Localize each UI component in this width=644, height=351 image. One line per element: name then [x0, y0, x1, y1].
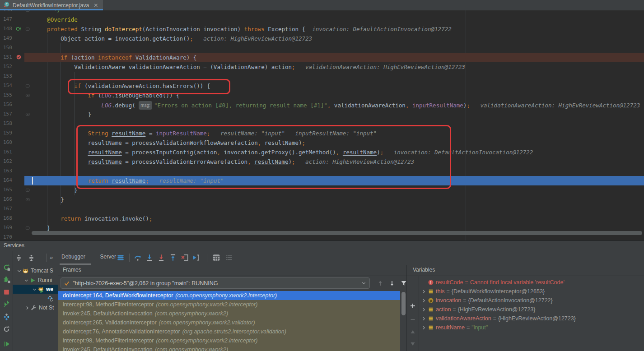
code-line-168[interactable]: 168 return invocation.invoke(); [0, 214, 644, 223]
frame-row[interactable]: doIntercept:76, AnnotationValidationInte… [58, 327, 400, 336]
variable-row-validationAwareAction[interactable]: validationAwareAction={HighEvReviewActio… [420, 314, 644, 323]
step-out-icon[interactable] [169, 254, 177, 262]
code-line-165[interactable]: 165 } [0, 185, 644, 195]
line-number[interactable]: 146 [3, 10, 19, 13]
move-down-icon[interactable] [409, 340, 417, 348]
line-number[interactable]: 164 [3, 177, 19, 183]
line-number[interactable]: 159 [3, 130, 19, 136]
line-number[interactable]: 167 [3, 206, 19, 212]
line-number[interactable]: 160 [3, 139, 19, 145]
chevron-right-icon[interactable] [421, 325, 427, 331]
line-number[interactable]: 169 [3, 225, 19, 231]
code-line-149[interactable]: 149 Object action = invocation.getAction… [0, 34, 644, 43]
line-number[interactable]: 155 [3, 92, 19, 98]
remove-watch-icon[interactable] [409, 315, 417, 323]
code-line-146[interactable]: 146 */ [0, 10, 644, 15]
code-line-164[interactable]: 164 return resultName; resultName: "inpu… [0, 176, 644, 185]
variable-row-invocation[interactable]: pinvocation={DefaultActionInvocation@127… [420, 296, 644, 305]
expand-all-icon[interactable] [14, 254, 23, 262]
code-line-163[interactable]: 163 [0, 166, 644, 176]
add-watch-icon[interactable] [409, 302, 417, 310]
chevron-down-icon[interactable] [16, 268, 22, 274]
frame-row[interactable]: invoke:245, DefaultActionInvocation(com.… [58, 309, 400, 318]
chevron-down-icon[interactable] [361, 280, 367, 286]
move-up-icon[interactable] [409, 328, 417, 336]
code-editor[interactable]: 146 */147 @Override148 protected String … [0, 10, 644, 240]
chevron-right-icon[interactable] [24, 305, 30, 311]
frame-row[interactable]: intercept:98, MethodFilterInterceptor(co… [58, 336, 400, 345]
code-line-166[interactable]: 166 } [0, 195, 644, 204]
line-number[interactable]: 170 [3, 234, 19, 240]
code-line-161[interactable]: 161 resultName = processInputConfig(acti… [0, 148, 644, 157]
fold-icon[interactable] [25, 83, 30, 88]
tab-debugger[interactable]: Debugger [61, 254, 85, 260]
code-line-162[interactable]: 162 resultName = processValidationErrorA… [0, 157, 644, 166]
line-number[interactable]: 161 [3, 149, 19, 155]
breakpoint-icon[interactable] [16, 54, 22, 60]
variable-row-resultCode[interactable]: resultCode=Cannot find local variable 'r… [420, 278, 644, 287]
evaluate-icon[interactable] [212, 254, 220, 262]
tree-item-we[interactable]: we [13, 285, 58, 294]
variable-row-resultName[interactable]: resultName="input" [420, 323, 644, 332]
code-line-167[interactable]: 167 [0, 204, 644, 214]
line-number[interactable]: 147 [3, 16, 19, 22]
force-step-into-icon[interactable] [157, 254, 165, 262]
chevron-down-icon[interactable] [23, 277, 29, 283]
override-icon[interactable] [16, 26, 22, 32]
frame-row[interactable]: doIntercept:164, DefaultWorkflowIntercep… [58, 291, 400, 300]
line-number[interactable]: 166 [3, 196, 19, 202]
thread-selector[interactable]: "http-bio-7026-exec-5"@2,062 in group "m… [61, 277, 370, 289]
layout-settings-icon[interactable] [225, 254, 233, 262]
line-number[interactable]: 154 [3, 83, 19, 88]
code-line-159[interactable]: 159 String resultName = inputResultName;… [0, 129, 644, 138]
line-number[interactable]: 162 [3, 158, 19, 164]
chevron-right-icon[interactable] [421, 298, 427, 304]
run-to-cursor-icon[interactable] [192, 254, 201, 262]
frame-row[interactable]: intercept:98, MethodFilterInterceptor(co… [58, 300, 400, 309]
frame-down-icon[interactable] [388, 279, 396, 287]
step-over-icon[interactable] [134, 254, 142, 262]
code-line-150[interactable]: 150 [0, 43, 644, 53]
fold-icon[interactable] [25, 197, 30, 202]
code-line-155[interactable]: 155 if (LOG.isDebugEnabled()) { [0, 91, 644, 100]
more-chevrons-icon[interactable]: » [50, 254, 53, 261]
horizontal-scrollbar[interactable] [32, 231, 642, 235]
close-icon[interactable]: ✕ [93, 2, 98, 9]
stop-icon[interactable] [2, 288, 10, 296]
chevron-right-icon[interactable] [421, 289, 427, 295]
resume-icon[interactable] [2, 340, 10, 348]
fold-icon[interactable] [25, 93, 30, 98]
exec-point-icon[interactable] [117, 254, 125, 262]
drop-frame-icon[interactable] [181, 254, 189, 262]
step-into-icon[interactable] [145, 254, 154, 262]
line-number[interactable]: 150 [3, 45, 19, 51]
collapse-all-icon[interactable] [27, 254, 35, 262]
tree-item-artifact[interactable] [13, 294, 58, 303]
tree-item-not-st[interactable]: Not St [13, 303, 58, 312]
line-number[interactable]: 163 [3, 168, 19, 174]
chevron-down-icon[interactable] [32, 286, 37, 292]
code-line-160[interactable]: 160 resultName = processValidationWorkfl… [0, 138, 644, 148]
frame-up-icon[interactable] [376, 279, 384, 287]
variable-row-this[interactable]: this={DefaultWorkflowInterceptor@12653} [420, 287, 644, 296]
code-line-151[interactable]: 151 if (action instanceof ValidationAwar… [0, 53, 644, 62]
line-number[interactable]: 156 [3, 102, 19, 107]
fold-icon[interactable] [25, 112, 30, 117]
code-line-156[interactable]: 156 LOG.debug( msg:"Errors on action [#0… [0, 100, 644, 110]
debug-icon[interactable] [2, 275, 10, 283]
code-line-153[interactable]: 153 [0, 72, 644, 81]
rerun-icon[interactable] [2, 263, 10, 271]
update-app-icon[interactable] [2, 300, 10, 308]
fold-icon[interactable] [25, 226, 30, 231]
filter-icon[interactable] [400, 279, 407, 287]
code-line-158[interactable]: 158 [0, 119, 644, 129]
variable-row-action[interactable]: action={HighEvReviewAction@12723} [420, 305, 644, 314]
frames-scrollbar[interactable] [401, 292, 406, 315]
line-number[interactable]: 152 [3, 64, 19, 69]
line-number[interactable]: 149 [3, 35, 19, 41]
code-line-152[interactable]: 152 ValidationAware validationAwareActio… [0, 62, 644, 72]
frame-row[interactable]: invoke:245, DefaultActionInvocation(com.… [58, 345, 400, 351]
code-line-154[interactable]: 154 if (validationAwareAction.hasErrors(… [0, 81, 644, 91]
fold-icon[interactable] [25, 27, 30, 32]
tab-server[interactable]: Server [100, 254, 116, 260]
